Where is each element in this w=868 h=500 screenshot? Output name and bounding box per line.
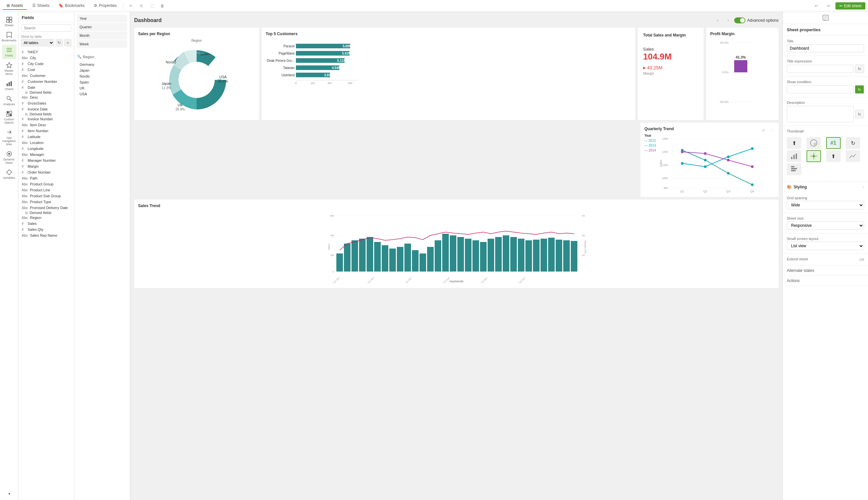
nav-charts[interactable]: Charts: [2, 78, 16, 93]
field-item[interactable]: #Date: [19, 84, 74, 90]
field-item[interactable]: #Margin: [19, 163, 74, 169]
field-item[interactable]: AbcPath: [19, 175, 74, 181]
show-by-table-select[interactable]: All tables: [21, 39, 54, 46]
add-field-button[interactable]: +: [64, 39, 71, 46]
field-item[interactable]: #City Code: [19, 61, 74, 67]
advanced-options-switch[interactable]: [734, 18, 745, 23]
field-item[interactable]: #%KEY: [19, 49, 74, 55]
nav-prev-button[interactable]: ‹: [713, 16, 722, 25]
field-item[interactable]: #Order Number: [19, 169, 74, 175]
copy-button[interactable]: ⎘: [137, 1, 146, 11]
filter-week[interactable]: Week: [77, 40, 127, 48]
thumb-bar-2[interactable]: [787, 163, 801, 175]
description-textarea[interactable]: [787, 106, 854, 122]
paste-button[interactable]: ⬚: [147, 1, 157, 11]
field-item[interactable]: #Invoice Date: [19, 106, 74, 112]
field-item[interactable]: AbcPromised Delivery Date: [19, 205, 74, 211]
refresh-button[interactable]: ↻: [56, 39, 63, 46]
alternate-states-item[interactable]: Alternate states: [783, 265, 868, 276]
field-item[interactable]: AbcRegion: [19, 215, 74, 220]
field-item[interactable]: #Sales: [19, 220, 74, 227]
thumb-refresh[interactable]: ↻: [846, 137, 860, 149]
show-condition-fx-button[interactable]: fx: [855, 85, 864, 94]
nav-variables[interactable]: Variables: [2, 167, 16, 181]
field-item[interactable]: #GrossSales: [19, 100, 74, 106]
tab-sheets[interactable]: ☰ Sheets: [28, 2, 53, 10]
cut-button[interactable]: ✂: [126, 1, 136, 11]
field-item[interactable]: #Latitude: [19, 134, 74, 140]
thumb-line[interactable]: [846, 150, 860, 162]
grid-spacing-select[interactable]: Wide Medium Narrow: [787, 201, 864, 209]
field-item[interactable]: #Cost: [19, 67, 74, 73]
tab-assets[interactable]: ⊞ Assets: [3, 2, 27, 10]
edit-sheet-button[interactable]: ✏ Edit sheet: [835, 2, 865, 10]
field-item[interactable]: #Sales Qty: [19, 227, 74, 232]
title-expression-input[interactable]: [787, 65, 854, 73]
fields-search-input[interactable]: [21, 24, 71, 32]
sheet-size-select[interactable]: Responsive Custom: [787, 221, 864, 230]
thumb-bar[interactable]: [787, 150, 801, 162]
field-item[interactable]: #Manager Number: [19, 158, 74, 163]
thumb-upload-2[interactable]: ⬆: [826, 150, 841, 162]
field-item[interactable]: AbcProduct Type: [19, 199, 74, 205]
nav-app-navigation[interactable]: App navigation links: [2, 127, 16, 148]
undo-button[interactable]: ↩: [812, 1, 821, 11]
thumb-pie[interactable]: [807, 137, 821, 149]
field-item[interactable]: #Longitude: [19, 146, 74, 151]
title-expression-fx-button[interactable]: fx: [855, 65, 864, 73]
derived-fields-item[interactable]: ⊞Derived fields: [19, 90, 74, 94]
region-germany[interactable]: Germany: [77, 61, 127, 67]
tab-bookmarks[interactable]: 🔖 Bookmarks: [55, 2, 89, 10]
filter-month[interactable]: Month: [77, 32, 127, 39]
region-japan[interactable]: Japan: [77, 67, 127, 73]
small-screen-select[interactable]: List view Grid view: [787, 242, 864, 250]
nav-bookmarks[interactable]: Bookmarks: [2, 30, 16, 44]
region-nordic[interactable]: Nordic: [77, 73, 127, 79]
derived-fields-item[interactable]: ⊞Derived fields: [19, 211, 74, 215]
collapse-nav-button[interactable]: ◄: [2, 490, 16, 497]
field-item[interactable]: AbcProduct Sub Group: [19, 193, 74, 199]
field-item[interactable]: AbcManager: [19, 151, 74, 158]
nav-master-items[interactable]: Master items: [2, 60, 16, 78]
title-expression-section: Title expression fx: [783, 56, 868, 77]
nav-fields[interactable]: Fields: [2, 45, 16, 59]
filter-year[interactable]: Year: [77, 14, 127, 22]
field-item[interactable]: AbcSales Rep Name: [19, 232, 74, 238]
nav-sheets[interactable]: Sheets: [2, 14, 16, 29]
thumb-upload[interactable]: ⬆: [787, 137, 801, 149]
filter-quarter[interactable]: Quarter: [77, 23, 127, 31]
nav-next-button[interactable]: ›: [724, 16, 733, 25]
redo-button[interactable]: ↪: [824, 1, 833, 11]
title-input[interactable]: [787, 44, 864, 52]
field-item[interactable]: AbcLocation: [19, 140, 74, 146]
expand-button[interactable]: ⤢: [760, 127, 767, 134]
field-item[interactable]: #Customer Number: [19, 79, 74, 84]
field-item[interactable]: AbcProduct Line: [19, 187, 74, 193]
region-uk[interactable]: UK: [77, 85, 127, 91]
region-spain[interactable]: Spain: [77, 79, 127, 85]
tab-properties[interactable]: ⚙ Properties: [90, 2, 121, 10]
field-item[interactable]: AbcProduct Group: [19, 181, 74, 187]
field-item[interactable]: AbcCity: [19, 55, 74, 61]
nav-custom-objects[interactable]: Custom objects: [2, 109, 16, 126]
actions-item[interactable]: Actions: [783, 276, 868, 286]
derived-fields-item[interactable]: ⊞Derived fields: [19, 112, 74, 116]
sales-trend-svg: 6M 4M 2M 0 50 40 30 Sales Margin (%): [138, 211, 775, 283]
field-item[interactable]: AbcDesc: [19, 94, 74, 100]
more-button[interactable]: ⋯: [768, 127, 775, 134]
nav-dynamic-views[interactable]: Dynamic views: [2, 149, 16, 166]
thumb-hash-active[interactable]: #1: [826, 137, 841, 149]
field-item[interactable]: #Item Number: [19, 128, 74, 134]
field-item[interactable]: AbcItem Desc: [19, 122, 74, 128]
region-usa[interactable]: USA: [77, 91, 127, 97]
styling-header[interactable]: 🎨 Styling ›: [787, 185, 864, 189]
region-filter-section: 🔍 Region Germany Japan Nordic Spain UK U…: [74, 50, 130, 101]
nav-analyses[interactable]: Analyses: [2, 93, 16, 108]
description-fx-button[interactable]: fx: [855, 110, 864, 118]
thumb-grid-selected[interactable]: [807, 150, 821, 162]
delete-button[interactable]: 🗑: [158, 1, 167, 11]
show-condition-input[interactable]: [787, 86, 854, 93]
region-filter-title[interactable]: 🔍 Region: [77, 53, 127, 60]
field-item[interactable]: #Invoice Number: [19, 116, 74, 122]
field-item[interactable]: AbcCustomer: [19, 73, 74, 79]
